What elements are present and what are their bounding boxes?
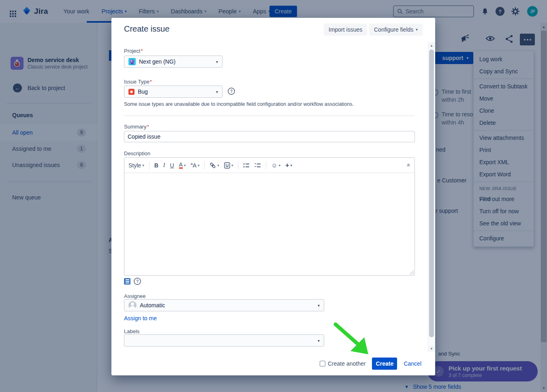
underline-button[interactable]: U bbox=[170, 162, 174, 169]
cancel-link[interactable]: Cancel bbox=[404, 360, 421, 367]
project-field-label: Project* bbox=[124, 48, 143, 54]
divider bbox=[124, 116, 415, 116]
description-textarea[interactable] bbox=[124, 173, 415, 276]
insert-more-button[interactable]: +▾ bbox=[285, 162, 292, 169]
required-asterisk: * bbox=[141, 48, 143, 54]
bullet-list-button[interactable] bbox=[243, 163, 250, 168]
scroll-up-arrow[interactable]: ▲ bbox=[428, 42, 435, 49]
dialog-title: Create issue bbox=[124, 24, 169, 34]
create-another-checkbox[interactable] bbox=[320, 361, 325, 366]
assign-to-me-link[interactable]: Assign to me bbox=[124, 315, 157, 321]
assignee-field-label: Assignee bbox=[124, 293, 145, 299]
issue-type-select[interactable]: Bug ▾ bbox=[124, 86, 222, 98]
text-size-button[interactable]: aA▾ bbox=[190, 162, 199, 169]
project-select[interactable]: Next gen (NG) ▾ bbox=[124, 56, 222, 68]
scroll-down-arrow[interactable]: ▼ bbox=[428, 345, 435, 352]
bug-icon bbox=[128, 89, 135, 95]
assignee-select[interactable]: Automatic ▾ bbox=[124, 299, 324, 311]
editor-toolbar: Style▾ B I U A▾ aA▾ ▾ ▾ bbox=[124, 158, 415, 173]
issue-type-note: Some issue types are unavailable due to … bbox=[124, 101, 354, 107]
collapse-toolbar-icon[interactable]: « bbox=[405, 163, 412, 167]
project-avatar-icon bbox=[128, 58, 136, 65]
required-asterisk: * bbox=[150, 79, 152, 85]
create-issue-dialog: Create issue Import issues Configure fie… bbox=[111, 18, 435, 375]
emoji-button[interactable]: ☺▾ bbox=[271, 162, 280, 169]
scrollbar-thumb[interactable] bbox=[429, 49, 434, 337]
summary-input[interactable] bbox=[124, 131, 415, 142]
style-dropdown[interactable]: Style▾ bbox=[128, 162, 144, 169]
labels-select[interactable]: ▾ bbox=[124, 334, 324, 347]
description-editor: Style▾ B I U A▾ aA▾ ▾ ▾ bbox=[124, 157, 415, 276]
description-field-label: Description bbox=[124, 150, 150, 156]
chevron-down-icon: ▾ bbox=[318, 338, 320, 343]
configure-fields-button[interactable]: Configure fields▾ bbox=[369, 24, 423, 36]
jira-app: Jira Your work Projects▾ Filters▾ Dashbo… bbox=[0, 0, 547, 392]
chevron-down-icon: ▾ bbox=[318, 303, 320, 308]
issue-type-help-icon[interactable]: ? bbox=[228, 88, 235, 95]
dialog-footer: Create another Create Cancel bbox=[111, 352, 435, 375]
numbered-list-button[interactable] bbox=[254, 163, 261, 168]
wiki-markup-icon[interactable] bbox=[124, 278, 130, 285]
link-button[interactable]: ▾ bbox=[209, 162, 219, 169]
bold-button[interactable]: B bbox=[154, 162, 158, 169]
text-color-button[interactable]: A▾ bbox=[179, 162, 186, 169]
dialog-scrollbar[interactable]: ▲ ▼ bbox=[428, 42, 435, 352]
create-another-label: Create another bbox=[328, 360, 365, 367]
description-help-icon[interactable]: ? bbox=[134, 278, 141, 285]
labels-field-label: Labels bbox=[124, 328, 139, 334]
chevron-down-icon: ▾ bbox=[216, 60, 218, 64]
import-issues-button[interactable]: Import issues bbox=[324, 24, 367, 36]
summary-field-label: Summary* bbox=[124, 124, 149, 130]
attachment-button[interactable]: ▾ bbox=[224, 162, 233, 169]
required-asterisk: * bbox=[147, 124, 149, 130]
assignee-avatar-icon bbox=[128, 301, 137, 309]
chevron-down-icon: ▾ bbox=[416, 28, 418, 32]
chevron-down-icon: ▾ bbox=[216, 90, 218, 94]
create-button[interactable]: Create bbox=[372, 358, 397, 370]
issue-type-field-label: Issue Type* bbox=[124, 79, 152, 85]
italic-button[interactable]: I bbox=[163, 162, 165, 169]
